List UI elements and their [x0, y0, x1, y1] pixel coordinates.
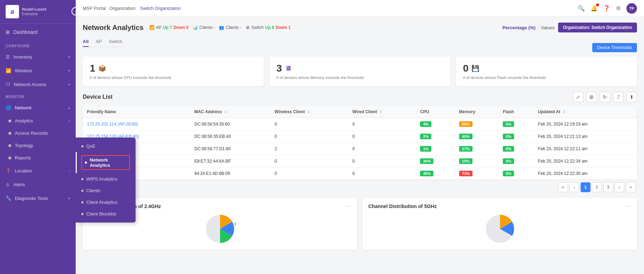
chevron-down-icon: ▾ — [68, 83, 70, 86]
configure-section-label: CONFIGURE — [0, 41, 76, 50]
col-friendly-name: Friendly Name — [83, 106, 190, 118]
sidebar-item-network[interactable]: 🌐 Network ▴ — [0, 101, 76, 115]
sidebar-logo: a Alcatel·Lucent Enterprise — [0, 0, 76, 24]
cell-wireless: 0 — [270, 168, 348, 180]
page-1-btn[interactable]: 1 — [581, 182, 590, 192]
refresh-icon-btn[interactable]: ↻ — [600, 92, 610, 102]
device-thresholds-button[interactable]: Device Thresholds — [592, 43, 637, 52]
table-body: 172.25.201.114 (AP-26:60) DC:08:56:54:26… — [83, 118, 637, 180]
main-content: MSP Portal Organization: Switch Organiza… — [76, 0, 644, 274]
tab-all[interactable]: All — [83, 37, 89, 47]
dot-icon — [81, 178, 83, 180]
cell-updated: Feb 20, 2024 12:22:34 am — [534, 155, 637, 168]
logo-text: Alcatel·Lucent Enterprise — [22, 7, 46, 16]
cpu-badge: 34% — [420, 158, 433, 164]
sidebar-item-location[interactable]: 📍 Location › — [0, 164, 76, 178]
submenu-item-network-analytics[interactable]: Network Analytics — [76, 152, 136, 173]
values-label[interactable]: Values — [541, 25, 555, 30]
logo-box: a — [6, 5, 19, 18]
upload-icon-btn[interactable]: ⬆ — [626, 92, 637, 102]
sidebar-item-alerts[interactable]: ⚠ Alerts — [0, 178, 76, 191]
sidebar-item-inventory[interactable]: ☰ Inventory ▾ — [0, 50, 76, 64]
cell-memory: 27% — [455, 143, 499, 155]
tab-switch[interactable]: Switch — [109, 37, 122, 47]
cell-wireless: 0 — [270, 130, 348, 143]
network-icon: 🌐 — [6, 105, 11, 110]
col-memory: Memory — [455, 106, 499, 118]
submenu-item-client-blocklist[interactable]: Client Blocklist — [76, 208, 136, 220]
dashboard-icon: ⊞ — [6, 29, 10, 35]
wireless-filter-icon[interactable]: ≡ — [307, 109, 310, 114]
sidebar-item-dashboard[interactable]: ⊞ Dashboard — [0, 24, 76, 41]
memory-icon: 🖥 — [285, 65, 291, 72]
cpu-badge: 2% — [420, 134, 431, 139]
submenu-item-qoe[interactable]: QoE — [76, 140, 136, 152]
user-avatar[interactable]: TP — [626, 3, 637, 14]
page-first-btn[interactable]: « — [558, 182, 568, 192]
page-prev-btn[interactable]: ‹ — [569, 182, 579, 192]
device-list-actions: ⤢ ⊞ ↻ ⤴ ⬆ — [573, 92, 637, 102]
device-link[interactable]: 172.25.201.114 (AP-26:60) — [87, 122, 138, 127]
switch-up: Up 8 — [265, 25, 274, 30]
mac-filter-icon[interactable]: ≡ — [225, 109, 227, 114]
tab-ap[interactable]: AP — [96, 37, 102, 47]
page-2-btn[interactable]: 2 — [592, 182, 602, 192]
sidebar-subitem-reports[interactable]: Reports — [0, 152, 76, 164]
chart-2ghz-menu[interactable]: ⋯ — [346, 203, 351, 209]
table-icon-btn[interactable]: ⊞ — [586, 92, 597, 102]
cell-mac: DC:08:56:35:EB:40 — [190, 130, 270, 143]
pct-label[interactable]: Percentage (%) — [502, 25, 536, 30]
cell-updated: Feb 20, 2024 12:21:13 am — [534, 130, 637, 143]
cell-wireless: 0 — [270, 118, 348, 130]
page-3-btn[interactable]: 3 — [603, 182, 613, 192]
notification-wrapper: 🔔 — [590, 5, 598, 12]
page-next-btn[interactable]: › — [614, 182, 624, 192]
header-right: Percentage (%) | Values Organization: Sw… — [502, 23, 637, 32]
cell-wired: 0 — [348, 155, 416, 168]
flash-number: 0 — [463, 63, 469, 74]
sidebar-item-network-access[interactable]: 🛡 Network Access ▾ — [0, 78, 76, 91]
settings-icon[interactable]: ⚙ — [616, 5, 621, 12]
cell-name: 172.25.201.114 (AP-26:60) — [83, 118, 190, 130]
org-label: Organization: — [110, 6, 137, 11]
search-icon[interactable]: 🔍 — [578, 5, 585, 12]
cell-memory: 40% — [455, 130, 499, 143]
wireless-label: Wireless — [15, 68, 32, 73]
sidebar-subitem-topology[interactable]: Topology — [0, 139, 76, 152]
help-icon[interactable]: ❓ — [603, 5, 610, 12]
org-button[interactable]: Organization: Switch Organization — [558, 23, 637, 32]
wired-filter-icon[interactable]: ≡ — [380, 109, 382, 114]
sidebar-subitem-analytics[interactable]: Analytics › — [0, 115, 76, 127]
chevron-down-icon: ▾ — [68, 55, 70, 59]
export-icon-btn[interactable]: ⤴ — [613, 92, 624, 102]
sidebar-item-diagnostic-tools[interactable]: 🔧 Diagnostic Tools ▾ — [0, 191, 76, 205]
cell-wired: 0 — [348, 118, 416, 130]
cpu-number: 1 — [90, 63, 95, 74]
page-title: Network Analytics — [83, 24, 144, 32]
wired-col-label: Wired Client — [352, 109, 377, 114]
bell-icon[interactable]: 🔔 — [590, 5, 598, 11]
cell-mac: 94:24:E1:4D:8B:09 — [190, 168, 270, 180]
sidebar-subitem-access-records[interactable]: Access Records — [0, 127, 76, 139]
flash-count: 0 💾 — [463, 63, 630, 74]
dot-icon — [81, 190, 83, 192]
sidebar-item-wireless[interactable]: 📶 Wireless ▾ — [0, 64, 76, 78]
switch-org-link[interactable]: Switch Organization — [140, 6, 181, 11]
submenu-item-clients[interactable]: Clients — [76, 185, 136, 196]
dashboard-label: Dashboard — [13, 29, 38, 35]
updated-filter-icon[interactable]: ≡ — [563, 109, 565, 114]
memory-badge: 27% — [459, 146, 473, 152]
submenu-item-client-analytics[interactable]: Client Analytics — [76, 196, 136, 208]
submenu-item-wips[interactable]: WIPS Analytics — [76, 173, 136, 185]
flash-badge: 5% — [503, 121, 514, 127]
summary-card-cpu: 1 📦 # of devices whose CPU exceeds the t… — [83, 56, 264, 86]
cell-wired: 0 — [348, 168, 416, 180]
chart-5ghz-menu[interactable]: ⋯ — [626, 203, 631, 209]
cell-wired: 0 — [348, 130, 416, 143]
cell-updated: Feb 20, 2024 12:22:11 am — [534, 143, 637, 155]
pie-5ghz-svg — [479, 213, 521, 245]
page-last-btn[interactable]: » — [626, 182, 636, 192]
expand-icon-btn[interactable]: ⤢ — [573, 92, 583, 102]
ap-up: Up 7 — [163, 25, 172, 30]
cell-updated: Feb 20, 2024 12:22:30 am — [534, 168, 637, 180]
